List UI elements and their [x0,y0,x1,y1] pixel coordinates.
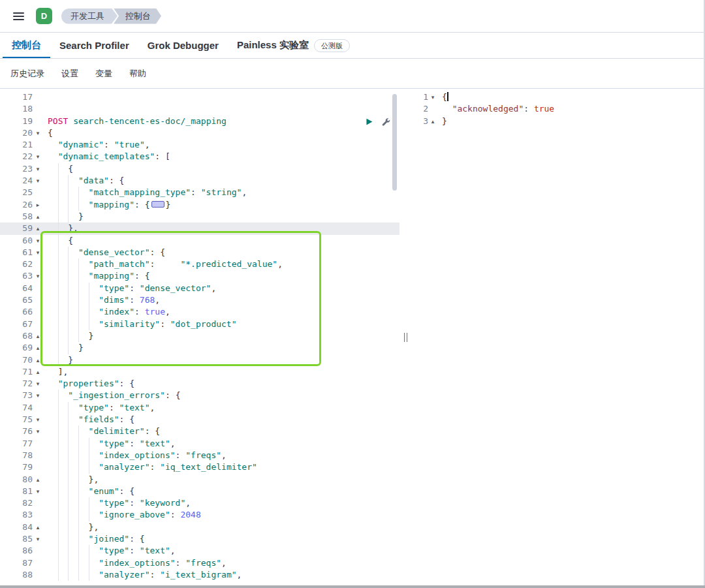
fold-toggle-icon[interactable]: ▴ [33,223,43,234]
code-text[interactable]: "dense_vector": { [43,247,400,258]
fold-toggle-icon[interactable]: ▾ [33,175,43,187]
code-text[interactable]: "type": "dense_vector", [43,283,400,294]
code-text[interactable]: "ignore_above": 2048 [43,509,400,521]
fold-toggle-icon[interactable]: ▾ [33,151,43,162]
fold-toggle-icon[interactable]: ▾ [33,533,43,545]
code-text[interactable]: POST search-tencent-es-doc/_mapping [43,116,400,127]
menu-variables[interactable]: 变量 [95,68,112,80]
fold-toggle-icon[interactable]: ▴ [33,211,43,223]
code-text[interactable]: }, [43,223,400,234]
fold-toggle-icon[interactable]: ▾ [33,127,43,139]
fold-toggle-icon[interactable]: ▾ [33,390,43,401]
code-text[interactable]: "joined": { [43,533,400,545]
fold-toggle-icon[interactable]: ▾ [33,378,43,390]
fold-toggle-icon[interactable]: ▾ [33,247,43,258]
fold-toggle-icon[interactable]: ▾ [33,235,43,247]
editor-scrollbar-thumb[interactable] [392,94,397,191]
breadcrumb-console[interactable]: 控制台 [114,8,161,24]
indent-guide [68,270,78,282]
code-text[interactable]: } [437,116,705,127]
fold-toggle-icon[interactable]: ▴ [428,116,437,127]
code-text[interactable]: "index_options": "freqs", [43,450,400,461]
fold-toggle-icon[interactable]: ▴ [33,330,43,342]
fold-toggle-icon[interactable]: ▴ [33,521,43,533]
code-text[interactable]: }, [43,521,400,533]
fold-toggle-icon[interactable]: ▴ [33,474,43,486]
fold-toggle-icon[interactable]: ▾ [428,91,437,103]
menu-help[interactable]: 帮助 [129,68,146,80]
tab-painless-lab[interactable]: Painless 实验室 公测版 [228,33,359,58]
code-text[interactable]: }, [43,474,400,486]
menu-button[interactable] [10,8,27,25]
code-text[interactable]: ], [43,366,400,378]
tab-search-profiler[interactable]: Search Profiler [50,33,138,58]
code-text[interactable]: "mapping": {} [43,199,400,211]
code-text[interactable]: { [437,91,705,103]
request-options-button[interactable] [381,117,390,127]
code-text[interactable] [43,91,400,103]
indent-guide [78,557,89,569]
code-line: 19POST search-tencent-es-doc/_mapping [0,116,400,127]
line-number: 25 [0,187,33,198]
indent-guide [78,521,89,533]
code-text[interactable]: "fields": { [43,414,400,426]
code-token: , [170,546,176,555]
fold-toggle-icon[interactable]: ▾ [33,270,43,282]
code-text[interactable] [43,103,400,115]
code-text[interactable]: "acknowledged": true [437,103,705,115]
send-request-button[interactable] [365,117,373,126]
fold-toggle-icon[interactable]: ▸ [33,199,43,211]
code-text[interactable]: "properties": { [43,378,400,390]
code-text[interactable]: } [43,211,400,223]
panel-resizer[interactable] [400,89,411,585]
tab-console[interactable]: 控制台 [3,33,50,58]
code-text[interactable]: "path_match": "*.predicted_value", [43,258,400,270]
request-editor[interactable]: 171819POST search-tencent-es-doc/_mappin… [0,89,400,585]
code-token: , [211,283,216,293]
code-text[interactable]: { [43,235,400,247]
code-token: "string" [201,187,242,197]
code-text[interactable]: "dynamic_templates": [ [43,151,400,162]
code-text[interactable]: "analyzer": "i_text_bigram", [43,569,400,581]
menu-settings[interactable]: 设置 [61,68,78,80]
code-text[interactable]: "type": "text", [43,545,400,557]
code-text[interactable]: "type": "text", [43,438,400,450]
fold-toggle-icon[interactable]: ▾ [33,163,43,175]
code-text[interactable]: "_ingestion_errors": { [43,390,400,401]
fold-toggle-icon[interactable]: ▴ [33,354,43,366]
fold-toggle-icon[interactable]: ▾ [33,414,43,426]
code-text[interactable]: "enum": { [43,486,400,497]
code-token: true [145,307,165,317]
fold-toggle-icon[interactable]: ▾ [33,426,43,437]
code-text[interactable]: "mapping": { [43,270,400,282]
code-text[interactable]: { [43,163,400,175]
code-text[interactable]: } [43,354,400,366]
code-text[interactable]: "type": "text", [43,402,400,414]
code-text[interactable]: } [43,342,400,354]
code-text[interactable]: "data": { [43,175,400,187]
indent-guide [68,294,78,306]
fold-gutter [428,103,437,115]
code-text[interactable]: "match_mapping_type": "string", [43,187,400,198]
code-text[interactable]: "type": "keyword", [43,497,400,509]
code-text[interactable]: "index": true, [43,306,400,318]
fold-toggle-icon[interactable]: ▾ [33,486,43,497]
space-avatar[interactable]: D [36,8,52,24]
fold-toggle-icon[interactable]: ▴ [33,366,43,378]
code-text[interactable]: "analyzer": "iq_text_delimiter" [43,461,400,473]
code-line: 24▾"data": { [0,175,400,187]
response-viewer[interactable]: 1▾{2"acknowledged": true3▴} [411,89,705,585]
breadcrumb-dev-tools[interactable]: 开发工具 [61,8,118,24]
code-text[interactable]: "index_options": "freqs", [43,557,400,569]
collapsed-fold-widget[interactable] [151,201,164,208]
tab-grok-debugger[interactable]: Grok Debugger [138,33,228,58]
code-text[interactable]: "dims": 768, [43,294,400,306]
code-text[interactable]: "similarity": "dot_product" [43,318,400,330]
fold-toggle-icon[interactable]: ▴ [33,342,43,354]
line-number: 78 [0,450,33,461]
menu-history[interactable]: 历史记录 [10,68,44,80]
code-text[interactable]: "delimiter": { [43,426,400,437]
code-text[interactable]: "dynamic": "true", [43,139,400,151]
code-text[interactable]: } [43,330,400,342]
code-text[interactable]: { [43,127,400,139]
